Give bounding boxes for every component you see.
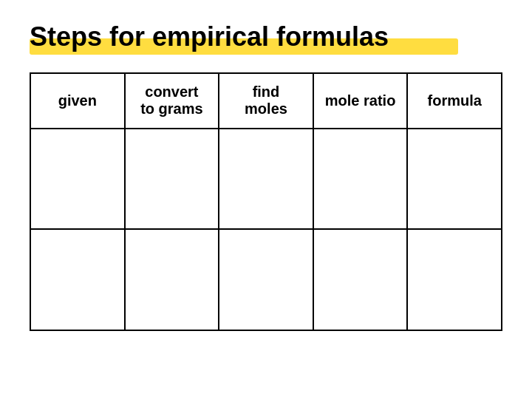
page: Steps for empirical formulas given conve…: [0, 0, 532, 399]
page-title: Steps for empirical formulas: [30, 22, 502, 52]
header-given: given: [30, 73, 125, 129]
header-find-moles: findmoles: [219, 73, 313, 129]
table-container: given convertto grams findmoles mole rat…: [30, 72, 502, 377]
table-header-row: given convertto grams findmoles mole rat…: [30, 73, 502, 129]
cell: [219, 129, 313, 230]
cell: [407, 229, 502, 330]
header-formula: formula: [407, 73, 502, 129]
cell: [30, 229, 125, 330]
title-section: Steps for empirical formulas: [30, 22, 502, 52]
table-row: [30, 229, 502, 330]
table-row: [30, 129, 502, 230]
cell: [125, 129, 219, 230]
cell: [313, 129, 408, 230]
cell: [407, 129, 502, 230]
header-convert-to-grams: convertto grams: [125, 73, 219, 129]
cell: [125, 229, 219, 330]
cell: [219, 229, 313, 330]
cell: [30, 129, 125, 230]
header-mole-ratio: mole ratio: [313, 73, 408, 129]
cell: [313, 229, 408, 330]
steps-table: given convertto grams findmoles mole rat…: [30, 72, 502, 331]
